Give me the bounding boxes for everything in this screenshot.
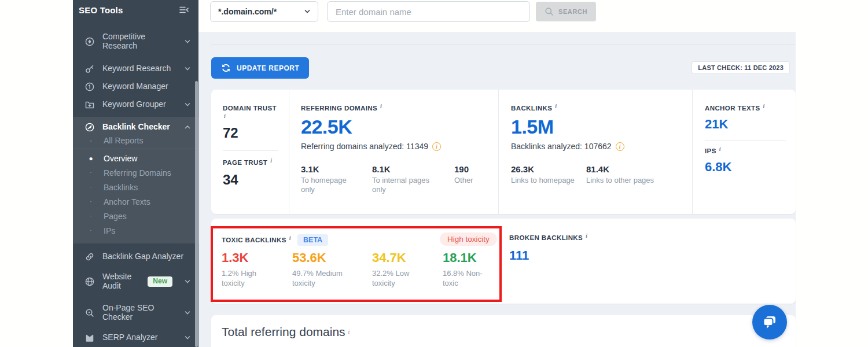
sidebar-item-on-page-seo-checker[interactable]: On-Page SEO Checker xyxy=(73,301,198,324)
info-icon[interactable]: i xyxy=(719,146,721,152)
toxic-item-low: 34.7K 32.2% Low toxicity xyxy=(372,250,443,289)
search-button[interactable]: SEARCH xyxy=(536,2,596,21)
sidebar-subitem-label: Backlinks xyxy=(104,183,138,192)
info-icon[interactable]: i xyxy=(380,103,382,109)
sidebar-subitem-all-reports[interactable]: ◦ All Reports xyxy=(73,132,198,149)
sidebar-subitem-referring-domains[interactable]: · Referring Domains xyxy=(73,165,198,180)
sidebar-subitem-ips[interactable]: · IPs xyxy=(73,223,198,238)
sidebar-item-competitive-research[interactable]: Competitive Research xyxy=(73,30,198,53)
info-circle-icon[interactable]: i xyxy=(616,142,624,151)
sidebar-item-label: Backlink Gap Analyzer xyxy=(102,252,190,261)
info-icon[interactable]: i xyxy=(348,328,350,335)
chain-link-icon xyxy=(84,252,95,262)
broken-backlinks-value: 111 xyxy=(509,248,587,263)
sidebar-subitem-anchor-texts[interactable]: · Anchor Texts xyxy=(73,194,198,209)
sidebar-item-serp-analyzer[interactable]: SERP Analyzer xyxy=(73,333,198,343)
sidebar-item-backlink-gap-analyzer[interactable]: Backlink Gap Analyzer xyxy=(73,252,198,262)
toxic-breakdown: 1.3K 1.2% High toxicity 53.6K 49.7% Medi… xyxy=(222,250,509,289)
toxic-backlinks-label: TOXIC BACKLINKSi xyxy=(222,237,291,243)
chevron-down-icon xyxy=(304,9,310,14)
sidebar-subitem-label: IPs xyxy=(104,226,115,235)
backlinks-analyzed: Backlinks analyzed: 107662 i xyxy=(511,142,692,151)
sidebar-group-backlink-checker: Backlink Checker ◦ All Reports ● Overvie… xyxy=(73,117,198,243)
ips-label: IPSi xyxy=(705,147,796,154)
breakdown-item: 3.1K To homepage only xyxy=(301,164,372,195)
scope-selector-value: *.domain.com/* xyxy=(218,7,277,16)
banner-icon xyxy=(84,333,95,343)
target-icon xyxy=(84,36,95,47)
sidebar-item-label: Competitive Research xyxy=(102,32,177,50)
dot-bullet-icon: · xyxy=(87,169,95,176)
backlinks-column: BACKLINKSi 1.5M Backlinks analyzed: 1076… xyxy=(499,90,693,214)
info-icon[interactable]: i xyxy=(555,103,557,109)
sidebar-item-label: Website Audit xyxy=(102,272,140,290)
domain-input[interactable] xyxy=(327,1,530,22)
beta-badge: BETA xyxy=(297,234,328,246)
referring-domains-analyzed: Referring domains analyzed: 11349 i xyxy=(301,142,498,151)
section-title: Total referring domainsi xyxy=(211,315,796,339)
anchor-texts-value: 21K xyxy=(705,117,796,132)
chevron-up-icon xyxy=(185,124,190,130)
sidebar-item-label: SERP Analyzer xyxy=(102,333,177,342)
sidebar-item-keyword-research[interactable]: Keyword Research xyxy=(73,64,198,74)
chevron-down-icon xyxy=(185,310,190,316)
page-trust-label: PAGE TRUSTi xyxy=(223,159,289,166)
chevron-down-icon xyxy=(185,66,190,72)
scope-selector-dropdown[interactable]: *.domain.com/* xyxy=(210,1,318,22)
sidebar-title: SEO Tools xyxy=(79,5,123,15)
breakdown-item: 81.4K Links to other pages xyxy=(586,164,654,185)
new-badge: New xyxy=(148,276,172,286)
chevron-down-icon xyxy=(185,335,190,341)
info-icon[interactable]: i xyxy=(289,235,291,241)
sidebar-item-website-audit[interactable]: Website Audit New xyxy=(73,270,198,293)
referring-domains-column: REFERRING DOMAINSi 22.5K Referring domai… xyxy=(289,90,499,214)
sidebar-subitem-label: All Reports xyxy=(104,136,143,145)
update-report-button[interactable]: UPDATE REPORT xyxy=(211,57,309,79)
info-circle-icon[interactable]: i xyxy=(432,142,441,151)
app-window: SEO Tools Competitive Research Keyword R… xyxy=(0,0,868,347)
info-icon[interactable]: i xyxy=(586,232,587,239)
chevron-down-icon xyxy=(185,102,190,108)
backlinks-label: BACKLINKSi xyxy=(511,105,692,112)
sidebar-subitem-pages[interactable]: · Pages xyxy=(73,209,198,223)
sidebar-header: SEO Tools xyxy=(73,0,198,15)
page-trust-value: 34 xyxy=(223,172,289,188)
main-content: UPDATE REPORT LAST CHECK: 11 DEC 2023 DO… xyxy=(198,32,796,347)
sidebar-item-backlink-checker[interactable]: Backlink Checker xyxy=(73,122,198,132)
folder-plus-icon xyxy=(84,99,95,110)
ips-value: 6.8K xyxy=(705,160,796,175)
chevron-down-icon xyxy=(185,279,190,285)
breakdown-item: 190 Other xyxy=(454,164,473,195)
sidebar-subitem-overview[interactable]: ● Overview xyxy=(73,151,198,165)
dot-bullet-icon: · xyxy=(87,213,95,219)
referring-domains-breakdown: 3.1K To homepage only 8.1K To internal p… xyxy=(301,164,498,195)
info-icon[interactable]: i xyxy=(224,113,289,119)
sidebar: SEO Tools Competitive Research Keyword R… xyxy=(73,0,198,347)
search-icon xyxy=(545,7,554,16)
sidebar-scrollbar[interactable] xyxy=(195,81,198,347)
backlinks-breakdown: 26.3K Links to homepage 81.4K Links to o… xyxy=(511,164,692,185)
toxic-item-medium: 53.6K 49.7% Medium toxicity xyxy=(292,250,372,289)
toxic-backlinks-header: TOXIC BACKLINKSi BETA xyxy=(222,234,328,246)
refresh-icon xyxy=(221,63,231,73)
sidebar-item-label: Keyword Grouper xyxy=(102,100,177,109)
sidebar-subitem-label: Anchor Texts xyxy=(104,197,150,206)
breakdown-item: 26.3K Links to homepage xyxy=(511,164,586,185)
info-icon[interactable]: i xyxy=(270,157,272,164)
sidebar-item-keyword-grouper[interactable]: Keyword Grouper xyxy=(73,99,198,110)
collapse-sidebar-icon[interactable] xyxy=(179,5,189,15)
sidebar-item-label: Keyword Research xyxy=(102,64,177,73)
total-referring-domains-card: Total referring domainsi xyxy=(211,315,796,347)
sidebar-subitem-label: Referring Domains xyxy=(104,168,171,178)
sidebar-item-keyword-manager[interactable]: Keyword Manager xyxy=(73,82,198,92)
chevron-down-icon xyxy=(185,39,190,45)
info-icon[interactable]: i xyxy=(763,103,765,109)
breakdown-item: 8.1K To internal pages only xyxy=(372,164,454,195)
referring-domains-value: 22.5K xyxy=(301,116,498,138)
toxic-item-nontoxic: 18.1K 16.8% Non-toxic xyxy=(443,250,509,289)
chat-widget-button[interactable] xyxy=(752,305,787,339)
update-report-label: UPDATE REPORT xyxy=(237,64,299,72)
sidebar-subitem-backlinks[interactable]: · Backlinks xyxy=(73,180,198,194)
domain-trust-label: DOMAIN TRUSTi xyxy=(223,105,289,119)
referring-domains-label: REFERRING DOMAINSi xyxy=(301,105,498,112)
